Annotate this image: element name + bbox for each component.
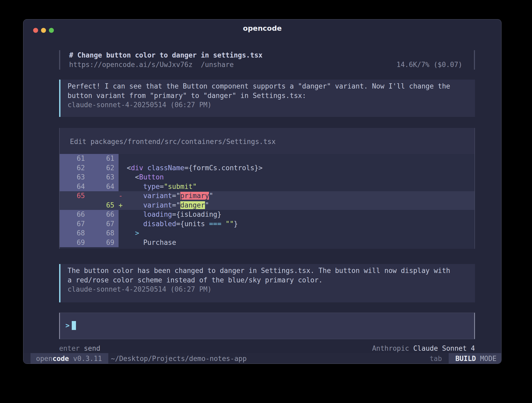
brand-open: open bbox=[36, 355, 53, 363]
diff-line-number-new: 61 bbox=[89, 154, 119, 163]
footer-hints: enter send Anthropic Claude Sonnet 4 bbox=[59, 344, 475, 353]
diff-code-line: <Button bbox=[119, 173, 474, 182]
app-version: v0.3.11 bbox=[73, 355, 102, 363]
model-timestamp: claude-sonnet-4-20250514 (06:27 PM) bbox=[68, 285, 467, 294]
diff-line-number-new: 68 bbox=[89, 229, 119, 238]
diff-row: 6767 disabled={units === ""} bbox=[60, 219, 474, 229]
model-name: Claude Sonnet 4 bbox=[413, 344, 475, 352]
diff-line-number-old: 68 bbox=[60, 229, 89, 238]
diff-row: 6161 bbox=[60, 154, 474, 163]
diff-row: 65+ variant="danger" bbox=[60, 201, 474, 210]
assistant-message: Perfect! I can see that the Button compo… bbox=[59, 80, 475, 117]
send-hint: enter send bbox=[59, 344, 100, 353]
status-bar: opencode v0.3.11 ~/Desktop/Projects/demo… bbox=[23, 353, 502, 364]
model-timestamp: claude-sonnet-4-20250514 (06:27 PM) bbox=[68, 100, 467, 110]
diff-code-line: <div className={formCs.controls}> bbox=[119, 163, 474, 173]
mode-badge: BUILD MODE bbox=[449, 353, 502, 364]
diff-row: 6262 <div className={formCs.controls}> bbox=[60, 163, 474, 173]
diff-code-line: - variant="primary" bbox=[119, 191, 474, 201]
send-label: send bbox=[84, 344, 100, 352]
mode-badge-rest: MODE bbox=[476, 355, 497, 363]
diff-line-number-new bbox=[89, 191, 119, 201]
diff-row: 6363 <Button bbox=[60, 173, 474, 182]
diff-row: 6666 loading={isLoading} bbox=[60, 210, 474, 219]
diff-code-line bbox=[119, 154, 474, 163]
mode-badge-bold: BUILD bbox=[455, 355, 476, 363]
diff-code-line: > bbox=[119, 229, 474, 238]
screen: opencode # Change button color to danger… bbox=[0, 0, 532, 403]
prompt-input[interactable]: > bbox=[59, 313, 475, 339]
message-text: button variant from "primary" to "danger… bbox=[68, 91, 467, 101]
diff-line-number-new: 63 bbox=[89, 173, 119, 182]
message-text: Perfect! I can see that the Button compo… bbox=[68, 82, 467, 91]
diff-row: 6464 type="submit" bbox=[60, 182, 474, 192]
diff-line-number-old: 66 bbox=[60, 210, 89, 219]
share-url: https://opencode.ai/s/UwJxv76z /unshare bbox=[69, 60, 234, 69]
diff-line-number-old: 61 bbox=[60, 154, 89, 163]
diff-code-line: type="submit" bbox=[119, 182, 474, 192]
diff-line-number-old: 65 bbox=[60, 191, 89, 201]
working-directory: ~/Desktop/Projects/demo-notes-app bbox=[111, 355, 247, 363]
diff-line-number-old: 62 bbox=[60, 163, 89, 173]
token-usage-badge: 14.6K/7% ($0.07) bbox=[397, 60, 462, 69]
diff-line-number-old: 69 bbox=[60, 238, 89, 247]
diff-line-number-old bbox=[60, 201, 89, 210]
diff-line-number-new: 66 bbox=[89, 210, 119, 219]
session-title: # Change button color to danger in setti… bbox=[69, 50, 462, 60]
text-cursor bbox=[72, 321, 76, 330]
diff-line-number-new: 65 bbox=[89, 201, 119, 210]
app-version-segment: opencode v0.3.11 bbox=[30, 353, 108, 364]
diff-code-line: loading={isLoading} bbox=[119, 210, 474, 219]
enter-key-hint: enter bbox=[59, 344, 80, 352]
opencode-window: opencode # Change button color to danger… bbox=[23, 19, 502, 364]
assistant-message: The button color has been changed to dan… bbox=[59, 264, 475, 302]
message-text: a red/rose color scheme instead of the b… bbox=[68, 276, 467, 285]
window-title: opencode bbox=[23, 24, 501, 32]
diff-row: 65- variant="primary" bbox=[60, 191, 474, 201]
diff-code-line: Purchase bbox=[119, 238, 474, 247]
diff-line-number-new: 64 bbox=[89, 182, 119, 192]
diff-line-number-new: 67 bbox=[89, 219, 119, 229]
diff-line-number-old: 67 bbox=[60, 219, 89, 229]
edit-tool-panel: Edit packages/frontend/src/containers/Se… bbox=[59, 128, 475, 249]
titlebar[interactable]: opencode bbox=[23, 19, 501, 36]
brand-code: code bbox=[53, 355, 69, 363]
diff-code-line: disabled={units === ""} bbox=[119, 219, 474, 229]
diff-line-number-new: 69 bbox=[89, 238, 119, 247]
diff-line-number-new: 62 bbox=[89, 163, 119, 173]
diff-row: 6868 > bbox=[60, 229, 474, 238]
provider-name: Anthropic bbox=[372, 344, 409, 352]
session-header: # Change button color to danger in setti… bbox=[59, 50, 475, 70]
message-text: The button color has been changed to dan… bbox=[68, 266, 467, 276]
tab-key-hint: tab bbox=[429, 355, 442, 363]
diff-table: 61616262 <div className={formCs.controls… bbox=[60, 154, 474, 249]
diff-row: 6969 Purchase bbox=[60, 238, 474, 247]
diff-line-number-old: 64 bbox=[60, 182, 89, 192]
prompt-chevron-icon: > bbox=[65, 322, 70, 329]
diff-code-line: + variant="danger" bbox=[119, 201, 474, 210]
edit-tool-title: Edit packages/frontend/src/containers/Se… bbox=[60, 128, 474, 146]
model-indicator: Anthropic Claude Sonnet 4 bbox=[372, 344, 475, 353]
diff-line-number-old: 63 bbox=[60, 173, 89, 182]
